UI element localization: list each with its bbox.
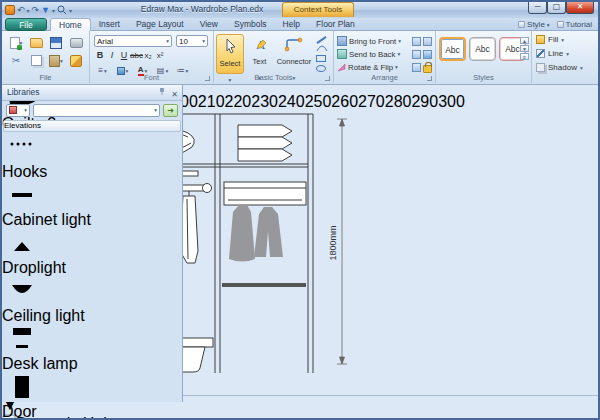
ruler-label: 210 <box>198 93 225 110</box>
group-label-arrange: Arrange <box>334 73 435 82</box>
paste-button[interactable]: ▾ <box>48 53 64 68</box>
library-item-ceiling-light[interactable]: Ceiling light <box>2 277 182 325</box>
style-sample-1[interactable]: Abc <box>439 37 466 61</box>
fill-icon <box>536 35 545 44</box>
styles-scroll-up[interactable]: ▲ <box>520 37 529 44</box>
door-icon[interactable] <box>2 373 182 403</box>
superscript-button[interactable]: x² <box>154 51 166 60</box>
subscript-button[interactable]: x₂ <box>142 51 154 60</box>
menu-right-items: Style▾ Tutorial <box>518 18 592 31</box>
droplight-icon[interactable] <box>2 229 182 259</box>
library-item-label: Hooks <box>2 163 182 181</box>
undo-icon[interactable]: ↶ <box>17 4 25 16</box>
select-tool-button[interactable]: Select▾ <box>216 34 244 74</box>
app-window: ↶▾ ↷ ▼▾ ▾ Edraw Max - Wardrobe Plan.edx … <box>0 0 600 420</box>
undo-dropdown-icon[interactable]: ▾ <box>27 7 30 14</box>
tutorial-icon <box>557 21 564 28</box>
styles-scroll-down[interactable]: ▼ <box>520 45 529 52</box>
pin-icon[interactable] <box>158 87 166 96</box>
group-label-styles: Styles <box>436 73 531 82</box>
line-tool-icon[interactable] <box>316 36 326 44</box>
close-button[interactable]: ✕ <box>566 2 594 14</box>
ribbon-group-font: Arial▾ 10▾ B I U abc x₂ x² ≡▾ ▾ A▾ ▤▾ ≔▾… <box>90 31 214 83</box>
ruler-label: 230 <box>251 93 278 110</box>
print-button[interactable] <box>68 35 84 50</box>
rotate-icon <box>337 63 346 72</box>
fill-button[interactable]: Fill▾ <box>536 35 564 44</box>
font-size-select[interactable]: 10▾ <box>176 35 208 47</box>
distribute-icon[interactable] <box>412 50 421 59</box>
open-button[interactable] <box>28 35 44 50</box>
panel-close-icon[interactable]: ✕ <box>171 87 178 102</box>
arc-tool-icon[interactable] <box>316 44 328 52</box>
library-item-label: Door <box>2 403 182 420</box>
library-item-door[interactable]: Door <box>2 373 182 420</box>
zoom-tool-icon[interactable] <box>57 5 67 15</box>
copy-button[interactable] <box>28 53 44 68</box>
library-item-droplight[interactable]: Droplight <box>2 229 182 277</box>
strikethrough-button[interactable]: abc <box>130 51 142 60</box>
menu-tab-symbols[interactable]: Symbols <box>226 18 275 31</box>
send-to-back-button[interactable]: Send to Back▾ <box>337 48 400 60</box>
ceiling-light-icon[interactable] <box>2 277 182 307</box>
text-tool-button[interactable]: A Text▾ <box>247 34 272 74</box>
minimize-button[interactable]: ─ <box>528 2 547 14</box>
download-dropdown-icon[interactable]: ▾ <box>52 7 55 14</box>
ruler-label: 290 <box>411 93 438 110</box>
library-item-label: Desk lamp <box>2 355 182 373</box>
tutorial-menu[interactable]: Tutorial <box>557 20 592 29</box>
library-item-desk-lamp[interactable]: Desk lamp <box>2 325 182 373</box>
library-menu-dropdown[interactable]: ▾ <box>6 104 30 117</box>
redo-icon[interactable]: ↷ <box>32 4 40 16</box>
rectangle-tool-icon[interactable] <box>316 55 326 62</box>
menu-tab-page-layout[interactable]: Page Layout <box>128 18 192 31</box>
cut-button[interactable]: ✂ <box>8 53 24 68</box>
align-shapes-icon[interactable] <box>423 37 432 46</box>
maximize-button[interactable]: ▢ <box>547 2 566 14</box>
menu-tab-help[interactable]: Help <box>275 18 308 31</box>
style-sample-2[interactable]: Abc <box>469 37 496 61</box>
underline-button[interactable]: U <box>118 50 130 60</box>
size-icon[interactable] <box>412 63 421 72</box>
library-item-cabinet-light[interactable]: Cabinet light <box>2 181 182 229</box>
shadow-button[interactable]: Shadow▾ <box>536 63 583 72</box>
lock-icon[interactable] <box>423 65 432 73</box>
context-tools-tab[interactable]: Context Tools <box>282 2 354 17</box>
edraw-logo-icon[interactable] <box>5 5 15 15</box>
format-painter-button[interactable] <box>68 53 84 68</box>
menu-tab-insert[interactable]: Insert <box>91 18 128 31</box>
new-document-button[interactable]: ▾ <box>8 35 24 50</box>
styles-expand[interactable]: ≡ <box>520 53 529 60</box>
save-button[interactable] <box>48 35 64 50</box>
line-button[interactable]: Line▾ <box>536 49 569 58</box>
quick-access-toolbar: ↶▾ ↷ ▼▾ ▾ <box>5 3 72 17</box>
bring-to-front-button[interactable]: Bring to Front▾ <box>337 35 401 47</box>
shadow-icon <box>536 63 545 72</box>
connector-tool-button[interactable]: Connector▾ <box>274 34 314 74</box>
center-icon[interactable] <box>423 50 432 59</box>
group-icon[interactable] <box>412 37 421 46</box>
rotate-flip-button[interactable]: Rotate & Flip▾ <box>337 61 398 73</box>
ribbon: ▾ ✂ ▾ File Arial▾ 10▾ B I U abc x₂ <box>2 31 598 85</box>
bold-button[interactable]: B <box>94 50 106 60</box>
menu-tab-floor-plan[interactable]: Floor Plan <box>308 18 363 31</box>
library-go-button[interactable]: ➜ <box>163 104 178 117</box>
library-item-hooks[interactable]: Hooks <box>2 133 182 181</box>
italic-button[interactable]: I <box>106 50 118 60</box>
library-search-combo[interactable]: ▾ <box>33 104 160 117</box>
desk-lamp-icon[interactable] <box>2 325 182 355</box>
hooks-icon[interactable] <box>2 133 182 163</box>
section-header-elevations[interactable]: Elevations <box>3 120 181 132</box>
menu-tab-view[interactable]: View <box>192 18 226 31</box>
font-family-select[interactable]: Arial▾ <box>94 35 172 47</box>
style-menu[interactable]: Style▾ <box>518 20 550 29</box>
download-icon[interactable]: ▼ <box>41 4 50 16</box>
cabinet-light-icon[interactable] <box>2 181 182 211</box>
zoom-dropdown-icon[interactable]: ▾ <box>69 7 72 14</box>
menu-tab-home[interactable]: Home <box>50 18 91 31</box>
group-label-file: File <box>2 73 89 82</box>
ellipse-tool-icon[interactable] <box>316 65 326 72</box>
ribbon-group-basic-tools: Select▾ A Text▾ Connector▾ Basic Tools <box>214 31 334 83</box>
file-menu-button[interactable]: File <box>5 18 47 31</box>
ruler-label: 240 <box>278 93 305 110</box>
